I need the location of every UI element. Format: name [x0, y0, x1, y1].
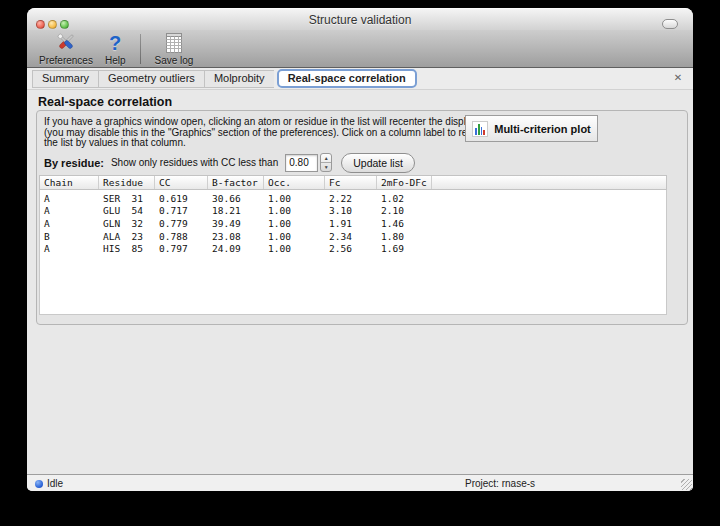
- preferences-button[interactable]: Preferences: [33, 32, 99, 66]
- real-space-correlation-panel: Real-space correlation If you have a gra…: [27, 90, 693, 474]
- table-cell[interactable]: 1.00: [264, 231, 325, 242]
- stepper-down-icon[interactable]: ▼: [321, 163, 331, 171]
- table-cell[interactable]: HIS 85: [99, 243, 155, 254]
- tab-real-space-correlation[interactable]: Real-space correlation: [277, 69, 417, 88]
- tab-summary[interactable]: Summary: [32, 70, 98, 88]
- resize-grip[interactable]: [681, 479, 692, 490]
- multi-criterion-plot-button[interactable]: Multi-criterion plot: [465, 115, 598, 142]
- update-list-button[interactable]: Update list: [341, 153, 415, 173]
- table-cell[interactable]: A: [40, 205, 99, 216]
- table-cell[interactable]: 1.69: [377, 243, 432, 254]
- table-cell[interactable]: 2.22: [325, 193, 377, 204]
- title-bar[interactable]: Structure validation: [27, 8, 693, 30]
- table-cell[interactable]: 1.02: [377, 193, 432, 204]
- table-cell[interactable]: 1.46: [377, 218, 432, 229]
- status-text: Idle: [47, 478, 63, 489]
- table-row[interactable]: AHIS 850.79724.091.002.561.69: [40, 242, 666, 255]
- table-cell[interactable]: 0.717: [155, 205, 208, 216]
- table-cell[interactable]: 1.00: [264, 205, 325, 216]
- status-bar: Idle Project: rnase-s: [27, 474, 693, 491]
- column-header-filler: [432, 176, 666, 189]
- description-line-3: the list by values in that column.: [44, 138, 470, 149]
- table-cell[interactable]: 2.34: [325, 231, 377, 242]
- tab-molprobity[interactable]: Molprobity: [204, 70, 274, 88]
- save-log-button[interactable]: Save log: [149, 32, 200, 66]
- table-cell[interactable]: B: [40, 231, 99, 242]
- page-title: Real-space correlation: [38, 95, 172, 109]
- toolbar-separator: [140, 34, 141, 64]
- column-header-2mfodfc[interactable]: 2mFo-DFc: [377, 176, 432, 189]
- stepper-up-icon[interactable]: ▲: [321, 154, 331, 163]
- column-header-fc[interactable]: Fc: [325, 176, 377, 189]
- table-cell[interactable]: 1.00: [264, 193, 325, 204]
- column-header-chain[interactable]: Chain: [40, 176, 99, 189]
- table-cell[interactable]: 0.619: [155, 193, 208, 204]
- table-cell[interactable]: 0.788: [155, 231, 208, 242]
- help-icon: ?: [109, 32, 121, 54]
- column-header-cc[interactable]: CC: [155, 176, 208, 189]
- save-log-spreadsheet-icon: [165, 32, 183, 54]
- by-residue-label: By residue:: [44, 157, 104, 169]
- status-indicator-icon: [35, 480, 43, 488]
- table-row[interactable]: AGLU 540.71718.211.003.102.10: [40, 205, 666, 218]
- table-cell[interactable]: 1.00: [264, 218, 325, 229]
- table-cell[interactable]: ALA 23: [99, 231, 155, 242]
- table-body[interactable]: ASER 310.61930.661.002.221.02AGLU 540.71…: [39, 190, 667, 315]
- column-header-occ[interactable]: Occ.: [264, 176, 325, 189]
- bar-chart-icon: [472, 121, 488, 137]
- table-cell[interactable]: A: [40, 193, 99, 204]
- filter-controls: By residue: Show only residues with CC l…: [44, 152, 415, 173]
- window-title: Structure validation: [27, 13, 693, 27]
- table-cell[interactable]: 24.09: [208, 243, 264, 254]
- table-cell[interactable]: SER 31: [99, 193, 155, 204]
- cc-threshold-input[interactable]: [285, 154, 318, 172]
- table-cell[interactable]: 0.779: [155, 218, 208, 229]
- structure-validation-window: Structure validation Preferences: [27, 8, 693, 491]
- toolbar-toggle-button[interactable]: [662, 19, 678, 29]
- tab-geometry-outliers[interactable]: Geometry outliers: [98, 70, 204, 88]
- table-cell[interactable]: GLN 32: [99, 218, 155, 229]
- table-cell[interactable]: 23.08: [208, 231, 264, 242]
- table-cell[interactable]: 39.49: [208, 218, 264, 229]
- notebook-tab-bar: Summary Geometry outliers Molprobity Rea…: [27, 68, 693, 90]
- table-cell[interactable]: 1.91: [325, 218, 377, 229]
- table-cell[interactable]: 0.797: [155, 243, 208, 254]
- table-row[interactable]: BALA 230.78823.081.002.341.80: [40, 230, 666, 243]
- table-row[interactable]: AGLN 320.77939.491.001.911.46: [40, 217, 666, 230]
- by-residue-groupbox: If you have a graphics window open, clic…: [36, 110, 688, 325]
- multi-criterion-plot-label: Multi-criterion plot: [494, 123, 591, 135]
- help-button[interactable]: ? Help: [99, 32, 132, 66]
- project-label: Project: rnase-s: [465, 478, 535, 489]
- column-header-bfactor[interactable]: B-factor: [208, 176, 264, 189]
- table-header-row: Chain Residue CC B-factor Occ. Fc 2mFo-D…: [39, 175, 667, 190]
- table-cell[interactable]: 3.10: [325, 205, 377, 216]
- column-header-residue[interactable]: Residue: [99, 176, 155, 189]
- table-cell[interactable]: 2.10: [377, 205, 432, 216]
- cc-filter-text: Show only residues with CC less than: [111, 157, 278, 168]
- cc-threshold-stepper[interactable]: ▲ ▼: [320, 153, 332, 172]
- description-text: If you have a graphics window open, clic…: [44, 117, 470, 149]
- toolbar: Preferences ? Help Save log: [27, 30, 693, 68]
- preferences-tools-icon: [53, 31, 79, 54]
- close-tab-icon[interactable]: ✕: [672, 72, 684, 83]
- residue-table: Chain Residue CC B-factor Occ. Fc 2mFo-D…: [39, 175, 667, 315]
- table-cell[interactable]: A: [40, 243, 99, 254]
- help-label: Help: [105, 55, 126, 66]
- table-cell[interactable]: 2.56: [325, 243, 377, 254]
- table-cell[interactable]: 1.80: [377, 231, 432, 242]
- table-cell[interactable]: 1.00: [264, 243, 325, 254]
- table-row[interactable]: ASER 310.61930.661.002.221.02: [40, 192, 666, 205]
- preferences-label: Preferences: [39, 55, 93, 66]
- table-cell[interactable]: A: [40, 218, 99, 229]
- table-cell[interactable]: GLU 54: [99, 205, 155, 216]
- table-cell[interactable]: 30.66: [208, 193, 264, 204]
- save-log-label: Save log: [155, 55, 194, 66]
- table-cell[interactable]: 18.21: [208, 205, 264, 216]
